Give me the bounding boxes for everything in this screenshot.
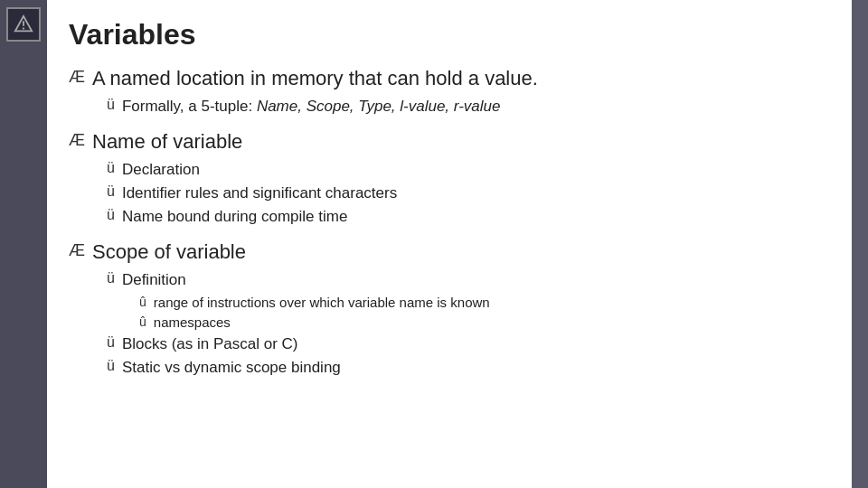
main-content: Variables Æ A named location in memory t… (47, 0, 852, 488)
sub-item-formally-text: Formally, a 5-tuple: Name, Scope, Type, … (122, 96, 501, 117)
bullet-2-subitems: ü Declaration ü Identifier rules and sig… (107, 159, 825, 227)
bullet-2: Æ Name of variable (69, 129, 825, 155)
left-sidebar (0, 0, 47, 488)
bullet-2-text: Name of variable (92, 129, 242, 155)
check-icon-definition: ü (107, 270, 115, 286)
sub-sub-item-namespaces: û namespaces (139, 313, 825, 332)
xmark-icon-range: û (139, 295, 146, 309)
check-icon-name-bound: ü (107, 207, 115, 223)
bullet-1-subitems: ü Formally, a 5-tuple: Name, Scope, Type… (107, 96, 825, 117)
arrow-icon-2: Æ (69, 131, 85, 150)
check-icon-identifier: ü (107, 183, 115, 200)
arrow-icon-3: Æ (69, 241, 85, 260)
sub-sub-item-namespaces-text: namespaces (154, 313, 231, 332)
sub-item-declaration: ü Declaration (107, 159, 825, 181)
bullet-1: Æ A named location in memory that can ho… (69, 66, 825, 92)
check-icon-formally: ü (107, 97, 115, 113)
page-title: Variables (69, 18, 825, 52)
sub-item-name-bound: ü Name bound during compile time (107, 206, 825, 228)
sub-sub-item-range-text: range of instructions over which variabl… (154, 293, 490, 312)
arrow-icon-1: Æ (69, 68, 85, 87)
sub-item-identifier: ü Identifier rules and significant chara… (107, 183, 825, 204)
sub-item-declaration-text: Declaration (122, 159, 200, 181)
sub-item-static-text: Static vs dynamic scope binding (122, 357, 341, 379)
sub-item-blocks: ü Blocks (as in Pascal or C) (107, 333, 825, 355)
bullet-section-2: Æ Name of variable ü Declaration ü Ident… (69, 129, 825, 232)
bullet-3-subitems: ü Definition û range of instructions ove… (107, 269, 825, 378)
sub-item-definition: ü Definition (107, 269, 825, 291)
right-sidebar (852, 0, 868, 488)
check-icon-blocks: ü (107, 334, 115, 351)
bullet-section-1: Æ A named location in memory that can ho… (69, 66, 825, 122)
bullet-section-3: Æ Scope of variable ü Definition û range… (69, 239, 825, 383)
sub-item-name-bound-text: Name bound during compile time (122, 206, 347, 228)
sub-item-identifier-text: Identifier rules and significant charact… (122, 183, 397, 204)
xmark-icon-namespaces: û (139, 314, 146, 329)
logo-box (6, 7, 41, 42)
logo-icon (14, 14, 33, 34)
sub-sub-item-range: û range of instructions over which varia… (139, 293, 825, 312)
sub-item-definition-text: Definition (122, 269, 186, 291)
sub-item-formally: ü Formally, a 5-tuple: Name, Scope, Type… (107, 96, 825, 117)
bullet-3: Æ Scope of variable (69, 239, 825, 266)
check-icon-static: ü (107, 358, 115, 374)
svg-point-2 (23, 27, 24, 29)
sub-sub-items-definition: û range of instructions over which varia… (139, 293, 825, 332)
sub-item-blocks-text: Blocks (as in Pascal or C) (122, 333, 298, 355)
sub-item-static: ü Static vs dynamic scope binding (107, 357, 825, 379)
bullet-1-text: A named location in memory that can hold… (92, 66, 538, 92)
bullet-3-text: Scope of variable (92, 239, 246, 266)
check-icon-declaration: ü (107, 160, 115, 176)
